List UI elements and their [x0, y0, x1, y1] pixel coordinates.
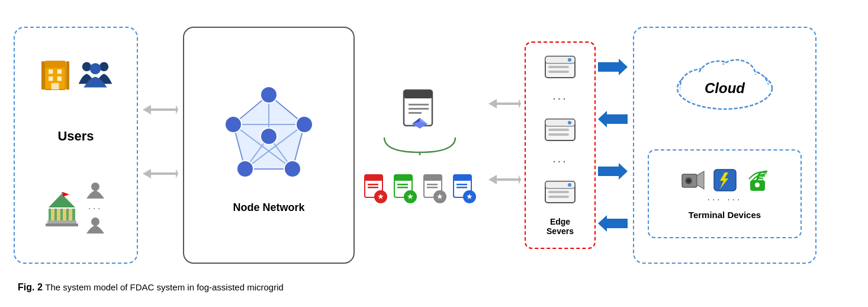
sc-green: ★ — [393, 173, 417, 204]
svg-rect-82 — [548, 66, 569, 68]
double-arrow-to-edge-bottom — [488, 175, 521, 191]
users-top-row — [39, 56, 113, 91]
svg-point-81 — [568, 58, 571, 62]
svg-marker-95 — [598, 111, 628, 127]
arrow-to-cloud — [598, 59, 628, 75]
svg-rect-66 — [424, 175, 442, 181]
svg-rect-20 — [46, 223, 78, 226]
charger-icon — [712, 168, 738, 193]
terminal-devices-box: ··· ··· Terminal Devices — [648, 149, 802, 238]
edge-servers-box: ··· ··· Edge Severs — [525, 41, 596, 249]
arrows-edge-to-right — [598, 59, 628, 232]
svg-point-22 — [91, 183, 99, 191]
svg-rect-92 — [548, 191, 569, 193]
svg-text:★: ★ — [436, 192, 443, 201]
camera-icon — [679, 168, 706, 192]
node-network-box: Node Network — [183, 27, 355, 264]
arrows-users-to-node — [143, 105, 178, 186]
users-box: Users — [14, 27, 138, 264]
svg-rect-62 — [397, 187, 408, 188]
users-people-icon — [78, 59, 113, 88]
arrow-from-terminal — [598, 215, 628, 232]
edge-dots-1: ··· — [552, 91, 568, 105]
caption-text: The system model of FDAC system in fog-a… — [45, 282, 284, 292]
svg-marker-94 — [598, 59, 628, 75]
svg-rect-2 — [48, 69, 52, 73]
svg-rect-83 — [548, 71, 569, 73]
svg-rect-72 — [454, 175, 471, 181]
main-contract-icon — [399, 87, 441, 135]
svg-point-40 — [296, 116, 313, 133]
cloud-icon: Cloud — [666, 53, 784, 112]
svg-rect-73 — [456, 184, 467, 186]
caption-fig-label: Fig. 2 — [18, 282, 43, 292]
svg-text:★: ★ — [466, 192, 473, 201]
svg-point-42 — [237, 161, 253, 177]
sc-gray: ★ — [422, 173, 447, 204]
caption: Fig. 2 The system model of FDAC system i… — [18, 282, 868, 293]
svg-point-86 — [568, 121, 571, 124]
svg-rect-93 — [548, 196, 569, 198]
svg-rect-54 — [365, 175, 382, 181]
svg-rect-5 — [57, 76, 61, 81]
network-graph — [210, 77, 328, 196]
svg-rect-88 — [548, 133, 569, 136]
svg-text:★: ★ — [377, 192, 384, 201]
svg-point-112 — [686, 178, 690, 183]
svg-marker-97 — [598, 215, 628, 232]
terminal-label: Terminal Devices — [689, 210, 761, 220]
brace-svg — [372, 135, 467, 155]
svg-rect-21 — [47, 220, 76, 223]
arrow-to-terminal — [598, 163, 628, 180]
support-person-1 — [84, 182, 107, 200]
svg-marker-96 — [598, 163, 628, 180]
diagram-container: Users — [14, 12, 854, 279]
svg-rect-4 — [48, 76, 52, 81]
sc-blue: ★ — [452, 173, 477, 204]
sc-top — [372, 87, 467, 155]
edge-label: Edge Severs — [546, 217, 574, 236]
sensor-icon — [744, 168, 771, 192]
svg-rect-8 — [66, 61, 69, 89]
arrows-to-edge — [488, 99, 521, 191]
server-icon-1 — [542, 55, 578, 79]
svg-rect-1 — [44, 61, 65, 68]
svg-rect-47 — [409, 108, 429, 110]
svg-rect-55 — [368, 184, 378, 186]
svg-marker-25 — [143, 169, 178, 178]
svg-rect-3 — [57, 69, 61, 73]
svg-marker-110 — [697, 171, 704, 189]
cloud-area: Cloud — [666, 53, 784, 112]
smart-contract-area: ★ ★ ★ — [355, 27, 485, 264]
svg-point-116 — [755, 183, 760, 187]
svg-rect-67 — [427, 184, 438, 186]
node-network-label: Node Network — [233, 202, 304, 214]
double-arrow-bottom — [143, 169, 178, 186]
svg-rect-60 — [394, 175, 412, 181]
svg-rect-61 — [397, 184, 408, 186]
right-section: Cloud — [633, 27, 816, 264]
sc-red: ★ — [363, 173, 388, 204]
svg-rect-18 — [62, 192, 63, 198]
svg-point-38 — [261, 87, 277, 103]
government-icon — [46, 191, 78, 226]
terminal-dots: ··· ··· — [707, 194, 742, 205]
svg-rect-74 — [456, 187, 467, 188]
arrow-from-cloud — [598, 111, 628, 127]
svg-rect-87 — [548, 129, 569, 131]
people-dots: ··· — [88, 202, 102, 215]
double-arrow-to-edge-top — [488, 99, 521, 116]
svg-point-91 — [568, 183, 571, 187]
edge-text: Edge Severs — [546, 217, 574, 236]
terminal-icons-row — [679, 168, 771, 193]
svg-text:★: ★ — [407, 192, 414, 201]
svg-point-23 — [91, 218, 99, 226]
server-icon-3 — [542, 180, 578, 204]
building-icon — [39, 56, 72, 91]
svg-rect-56 — [368, 187, 378, 188]
svg-rect-7 — [41, 61, 44, 89]
svg-point-39 — [225, 116, 242, 133]
svg-rect-68 — [427, 187, 438, 188]
svg-rect-45 — [404, 90, 432, 98]
svg-marker-24 — [143, 105, 178, 114]
